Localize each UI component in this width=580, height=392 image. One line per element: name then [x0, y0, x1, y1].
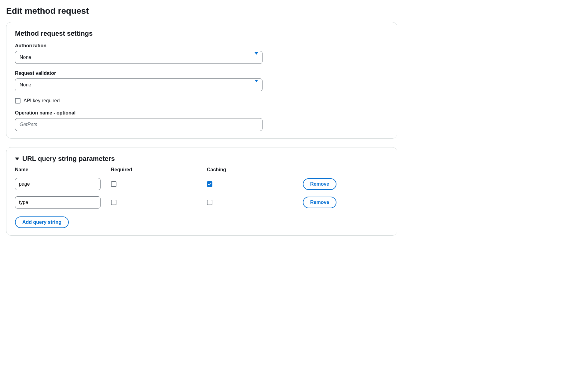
authorization-label: Authorization [15, 43, 388, 49]
request-validator-section: Request validator None [15, 71, 388, 91]
param-required-checkbox[interactable] [111, 181, 116, 187]
authorization-select[interactable]: None [15, 51, 262, 64]
param-caching-checkbox[interactable] [207, 200, 212, 205]
api-key-section: API key required [15, 98, 388, 103]
api-key-required-label: API key required [24, 98, 60, 103]
settings-heading: Method request settings [15, 30, 388, 38]
request-validator-label: Request validator [15, 71, 388, 76]
operation-name-label: Operation name - optional [15, 110, 388, 116]
param-required-checkbox[interactable] [111, 200, 116, 205]
query-params-heading: URL query string parameters [22, 155, 115, 163]
method-request-settings-panel: Method request settings Authorization No… [6, 22, 397, 139]
col-header-caching: Caching [207, 167, 296, 175]
col-header-name: Name [15, 167, 104, 175]
add-query-string-button[interactable]: Add query string [15, 216, 69, 228]
remove-button[interactable]: Remove [303, 197, 336, 208]
request-validator-value: None [20, 82, 31, 88]
query-string-params-panel: URL query string parameters Name Require… [6, 147, 397, 236]
operation-name-section: Operation name - optional [15, 110, 388, 131]
param-name-input[interactable] [15, 196, 101, 209]
col-header-required: Required [111, 167, 200, 175]
operation-name-input[interactable] [15, 118, 262, 131]
collapse-toggle-icon[interactable] [15, 158, 19, 160]
api-key-required-checkbox[interactable] [15, 98, 20, 103]
query-params-table: Name Required Caching Remove [15, 167, 388, 212]
param-name-input[interactable] [15, 178, 101, 190]
page-title: Edit method request [6, 6, 574, 16]
request-validator-select[interactable]: None [15, 78, 262, 91]
col-header-actions [303, 170, 388, 172]
authorization-section: Authorization None [15, 43, 388, 64]
authorization-value: None [20, 55, 31, 60]
remove-button[interactable]: Remove [303, 178, 336, 190]
param-caching-checkbox[interactable] [207, 181, 212, 187]
